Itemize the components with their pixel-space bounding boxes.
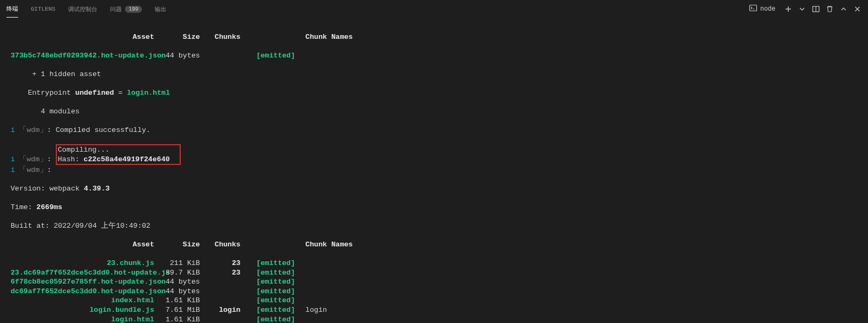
header-asset: Asset (11, 32, 154, 42)
header-size: Size (163, 32, 200, 42)
terminal-output[interactable]: Asset Size Chunks Chunk Names 373b5c748e… (0, 19, 868, 323)
asset-row: 6f78cb8ec05927e785ff.hot-update.json 44 … (11, 277, 857, 287)
asset-row: 23.chunk.js 211 KiB 23 [emitted] (11, 259, 857, 268)
asset-row: index.html 1.61 KiB [emitted] (11, 296, 857, 305)
svg-rect-0 (750, 5, 757, 11)
tab-gitlens[interactable]: GITLENS (31, 1, 55, 18)
asset-row: 373b5c748ebdf0293942.hot-update.json 44 … (11, 51, 857, 61)
kill-terminal-button[interactable] (825, 5, 834, 13)
problems-count-badge: 199 (125, 6, 142, 13)
header-chunks: Chunks (208, 32, 240, 42)
terminal-dropdown-button[interactable] (798, 5, 806, 13)
close-panel-button[interactable] (853, 5, 862, 13)
terminal-icon (749, 4, 757, 14)
panel-actions: node (746, 3, 862, 15)
asset-row: login.html 1.61 KiB [emitted] (11, 315, 857, 324)
new-terminal-button[interactable] (784, 5, 793, 13)
tab-debug-console[interactable]: 调试控制台 (68, 1, 97, 18)
panel-tabs: 终端 GITLENS 调试控制台 问题 199 输出 (6, 1, 746, 18)
tab-problems-label: 问题 (110, 5, 122, 13)
asset-row: login.bundle.js 7.61 MiB login [emitted]… (11, 305, 857, 315)
tab-terminal[interactable]: 终端 (6, 1, 18, 18)
chevron-up-icon[interactable] (839, 5, 848, 13)
asset-row: dc69af7f652dce5c3dd0.hot-update.json 44 … (11, 287, 857, 296)
tab-problems[interactable]: 问题 199 (110, 1, 142, 18)
terminal-profile-button[interactable]: node (746, 3, 779, 15)
terminal-profile-label: node (760, 5, 776, 13)
tab-output[interactable]: 输出 (155, 1, 166, 18)
split-terminal-button[interactable] (812, 5, 820, 13)
header-chunk-names: Chunk Names (302, 32, 353, 42)
panel-header: 终端 GITLENS 调试控制台 问题 199 输出 node (0, 0, 868, 19)
asset-row: 23.dc69af7f652dce5c3dd0.hot-update.js 89… (11, 268, 857, 278)
